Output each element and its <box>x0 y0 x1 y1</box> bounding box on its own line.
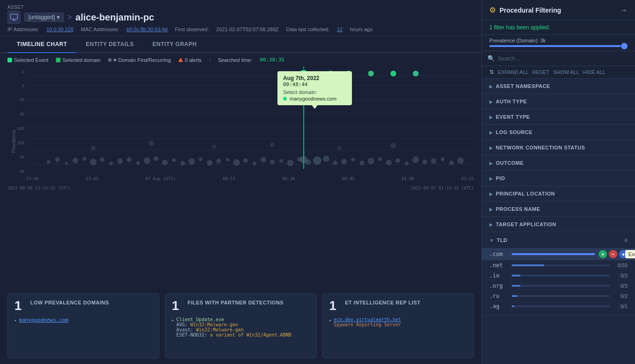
filter-section-principal-location-header[interactable]: ▶ PRINCIPAL LOCATION <box>482 186 635 201</box>
hours-unit: hours ago <box>350 27 373 32</box>
tab-timeline-chart[interactable]: TIMELINE CHART <box>7 36 76 53</box>
card-3-title: ET INTELLIGENCE REP LIST <box>345 299 420 306</box>
filter-section-log-source-header[interactable]: ▶ LOG SOURCE <box>482 125 635 140</box>
svg-point-30 <box>226 158 230 162</box>
svg-point-18 <box>117 158 123 164</box>
filter-section-network-connection: ▶ NETWORK CONNECTION STATUS <box>482 140 635 155</box>
prevalence-slider[interactable] <box>489 45 628 47</box>
tld-bar-io <box>512 275 610 276</box>
show-all-button[interactable]: SHOW ALL <box>553 69 579 75</box>
tab-entity-details[interactable]: ENTITY DETAILS <box>76 36 143 53</box>
expand-icon: ⇅ <box>489 69 494 75</box>
card-3-content: • ecn.dev.virtualearth.net Spyware Repor… <box>329 317 467 327</box>
alert-icon <box>178 58 183 62</box>
svg-point-43 <box>333 161 338 165</box>
tld-item-ag: .ag 0/1 <box>482 301 635 311</box>
arrow-right-icon[interactable]: → <box>620 6 628 14</box>
chevron-right-icon: ▶ <box>489 161 493 166</box>
svg-point-13 <box>73 158 78 163</box>
tooltip-label: Select domain: <box>283 89 346 95</box>
sort-icon[interactable]: ≡ <box>624 237 628 243</box>
tld-include-button-com[interactable]: + <box>599 250 607 258</box>
tld-label-ag: .ag <box>489 303 508 310</box>
filter-section-outcome-header[interactable]: ▶ OUTCOME <box>482 155 635 170</box>
tooltip-arrow-icon <box>312 105 318 109</box>
svg-point-15 <box>90 159 96 165</box>
filter-section-target-application-header[interactable]: ▶ TARGET APPLICATION <box>482 217 635 232</box>
tld-label-net: .net <box>489 262 508 269</box>
exclude-others-tooltip: Exclude Others <box>625 250 635 258</box>
svg-point-44 <box>341 159 347 164</box>
tld-item-com: .com + − ● Exclude Others <box>482 248 635 260</box>
filter-section-asset-namespace: ▶ ASSET NAMESPACE <box>482 79 635 94</box>
svg-point-40 <box>305 159 311 165</box>
card-low-prevalence: 1 LOW PREVALENCE DOMAINS • manygoodnews.… <box>7 293 159 358</box>
filter-section-network-connection-header[interactable]: ▶ NETWORK CONNECTION STATUS <box>482 140 635 155</box>
svg-point-25 <box>181 161 185 166</box>
filter-section-tld: ▼ TLD ≡ .com + − ● <box>482 232 635 316</box>
card-1-count: 1 <box>14 299 26 312</box>
svg-point-11 <box>55 157 60 162</box>
expand-all-button[interactable]: EXPAND ALL <box>498 69 528 75</box>
mac-address[interactable]: b5:0c:8b:30:63:4d <box>127 27 168 32</box>
svg-point-54 <box>431 158 436 164</box>
svg-point-41 <box>313 156 321 165</box>
tld-exclude-button-com[interactable]: − <box>609 250 617 258</box>
svg-point-21 <box>144 157 150 164</box>
tld-item-net: .net 0/33 <box>482 260 635 270</box>
card-1-domain[interactable]: manygoodnews.com <box>19 317 68 323</box>
filter-section-auth-type-header[interactable]: ▶ AUTH TYPE <box>482 94 635 109</box>
card-3-domain[interactable]: ecn.dev.virtualearth.net <box>334 317 401 322</box>
first-observed-label: First observed: <box>175 27 209 32</box>
list-item: • Client_Update.exe AVG: Win32:Malware-g… <box>172 317 310 337</box>
tooltip-domain: manygoodnews.com <box>283 96 346 101</box>
legend-selected-domain: Selected domain <box>56 57 101 63</box>
chevron-right-icon: ▶ <box>489 115 493 120</box>
hours-ago[interactable]: 12 <box>337 27 342 32</box>
search-icon: 🔍 <box>487 55 495 62</box>
tld-section-header[interactable]: ▼ TLD ≡ <box>482 232 635 248</box>
expand-row: ⇅ EXPAND ALL RESET SHOW ALL HIDE ALL <box>482 66 635 79</box>
filter-section-pid-header[interactable]: ▶ PID <box>482 171 635 186</box>
searched-time-label: Searched time: <box>218 57 252 63</box>
tld-count-net: 0/33 <box>614 263 628 268</box>
asset-tag[interactable]: [untagged] ▾ <box>24 13 64 22</box>
filter-section-asset-namespace-header[interactable]: ▶ ASSET NAMESPACE <box>482 79 635 94</box>
filter-section-event-type-header[interactable]: ▶ EVENT TYPE <box>482 109 635 124</box>
svg-point-33 <box>253 162 257 165</box>
svg-point-12 <box>65 162 68 165</box>
chart-area[interactable]: 1 2 10 20 100 200 1k 2k Prevalence <box>0 67 481 288</box>
legend-alerts: 0 alerts <box>178 57 202 63</box>
card-2-av3: ESET-NOD32: a variant of Win32/Agent.ABN… <box>176 332 291 337</box>
right-panel-header: ⚙ Procedural Filtering → <box>482 0 635 20</box>
svg-point-55 <box>441 157 445 161</box>
search-input[interactable] <box>498 55 629 62</box>
svg-point-37 <box>287 160 294 166</box>
card-partner-detections: 1 FILES WITH PARTNER DETECTIONS • Client… <box>165 293 317 358</box>
reset-button[interactable]: RESET <box>532 69 549 75</box>
prevalence-thumb[interactable] <box>621 43 628 49</box>
tld-item-io: .io 0/3 <box>482 270 635 281</box>
filter-section-pid: ▶ PID <box>482 171 635 186</box>
svg-point-52 <box>412 156 419 163</box>
svg-point-22 <box>154 156 158 161</box>
prevalence-label: Prevalence (Domain): 3k <box>489 38 628 43</box>
filter-section-process-name-header[interactable]: ▶ PROCESS NAME <box>482 202 635 216</box>
ip-address[interactable]: 10.0.30.228 <box>47 27 74 32</box>
header: ASSET [untagged] ▾ > alice-benjamin-pc I… <box>0 0 481 36</box>
hide-all-button[interactable]: HIDE ALL <box>583 69 605 75</box>
cards-row: 1 LOW PREVALENCE DOMAINS • manygoodnews.… <box>0 288 481 364</box>
mac-label: MAC Addresses: <box>81 27 119 32</box>
computer-icon <box>7 11 20 24</box>
filter-section-target-application: ▶ TARGET APPLICATION <box>482 217 635 232</box>
svg-point-17 <box>109 162 113 165</box>
legend-domain-first-recurring: Domain First/Recurring <box>108 57 171 63</box>
tld-items: .com + − ● Exclude Others .net <box>482 248 635 315</box>
y-axis: 1 2 10 20 100 200 1k 2k <box>7 67 26 174</box>
svg-point-67 <box>368 70 374 77</box>
tab-entity-graph[interactable]: ENTITY GRAPH <box>143 36 206 53</box>
svg-point-62 <box>338 146 341 150</box>
chevron-right-icon: ▶ <box>489 207 493 212</box>
chevron-down-icon: ▼ <box>489 238 494 243</box>
svg-point-19 <box>127 157 131 162</box>
